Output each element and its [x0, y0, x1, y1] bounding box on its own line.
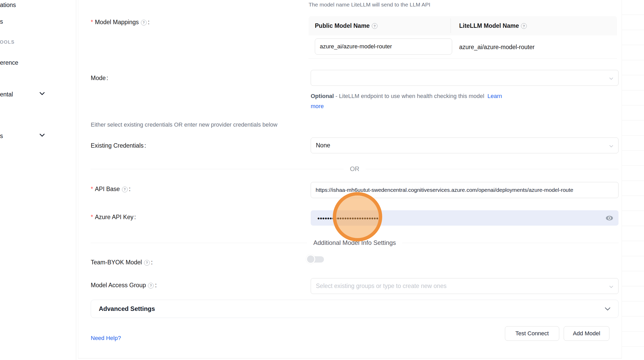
column-divider	[451, 18, 451, 33]
divider-line	[366, 169, 619, 169]
required-marker: *	[91, 214, 93, 221]
model-name-helper-text: The model name LiteLLM will send to the …	[309, 2, 430, 8]
azure-api-key-input[interactable]: •••••••••••••••••••••••••	[311, 210, 619, 226]
chevron-down-icon	[609, 142, 613, 149]
help-icon[interactable]: ?	[141, 20, 147, 25]
team-byok-toggle[interactable]	[306, 254, 326, 264]
model-mappings-label: * Model Mappings ? :	[91, 19, 149, 26]
existing-credentials-select[interactable]: None	[311, 138, 619, 153]
sidebar-item-inference[interactable]: erence	[0, 59, 18, 66]
divider-line	[91, 243, 307, 243]
sidebar-item-experimental[interactable]: ental	[0, 91, 13, 98]
advanced-settings-title: Advanced Settings	[99, 305, 605, 312]
masked-password-dots: •••••••••••••••••••••••••	[317, 215, 379, 221]
chevron-down-icon	[609, 74, 613, 81]
team-byok-label: Team-BYOK Model ? :	[91, 259, 153, 266]
help-icon[interactable]: ?	[521, 23, 527, 29]
api-base-label: * API Base ? :	[91, 186, 131, 193]
model-mappings-table: Public Model Name ? LiteLLM Model Name ?…	[309, 16, 617, 59]
credentials-note: Either select existing credentials OR en…	[91, 121, 277, 128]
chevron-down-icon[interactable]	[40, 133, 45, 138]
learn-more-link[interactable]: Learn	[487, 93, 502, 99]
help-icon[interactable]: ?	[122, 187, 128, 192]
divider-line	[402, 243, 619, 243]
public-model-name-input[interactable]	[315, 38, 452, 55]
sidebar-item-settings[interactable]: s	[0, 133, 3, 140]
sidebar-item-organizations[interactable]: ations	[0, 2, 16, 9]
learn-more-link[interactable]: more	[311, 103, 324, 109]
additional-settings-divider-label: Additional Model Info Settings	[313, 239, 396, 246]
additional-settings-divider: Additional Model Info Settings	[91, 239, 619, 246]
advanced-settings-panel[interactable]: Advanced Settings	[91, 300, 619, 318]
api-base-input[interactable]	[311, 182, 619, 198]
select-placeholder: Select existing groups or type to create…	[316, 283, 446, 290]
chevron-down-icon	[605, 307, 610, 311]
sidebar: ations s TOOLS erence ental s	[0, 0, 76, 360]
add-model-button[interactable]: Add Model	[564, 326, 609, 341]
screen: ations s TOOLS erence ental s The model …	[0, 0, 644, 360]
table-row: azure_ai/azure-model-router	[309, 35, 617, 59]
azure-api-key-label: * Azure API Key :	[91, 214, 136, 221]
existing-credentials-label: Existing Credentials :	[91, 142, 146, 149]
sidebar-section-tools: TOOLS	[0, 40, 15, 45]
divider-line	[91, 169, 344, 169]
chevron-down-icon	[609, 283, 613, 290]
column-header-public-model-name: Public Model Name ?	[309, 22, 451, 29]
eye-icon[interactable]	[606, 215, 613, 221]
or-divider: OR	[91, 166, 619, 172]
model-access-group-select[interactable]: Select existing groups or type to create…	[311, 278, 619, 294]
column-header-litellm-model-name: LiteLLM Model Name ?	[451, 22, 527, 29]
table-header: Public Model Name ? LiteLLM Model Name ?	[309, 16, 617, 35]
mode-help-text: Optional - LiteLLM endpoint to use when …	[311, 91, 625, 111]
need-help-link[interactable]: Need Help?	[91, 335, 121, 342]
help-icon[interactable]: ?	[372, 23, 378, 29]
help-icon[interactable]: ?	[148, 283, 154, 289]
chevron-down-icon[interactable]	[40, 92, 45, 96]
sidebar-item[interactable]: s	[0, 18, 3, 25]
add-model-panel: The model name LiteLLM will send to the …	[78, 0, 622, 358]
required-marker: *	[91, 19, 93, 26]
toggle-knob	[306, 254, 315, 264]
mode-select[interactable]	[311, 70, 619, 86]
test-connect-button[interactable]: Test Connect	[505, 326, 559, 341]
background-table-rows	[622, 0, 644, 360]
or-divider-label: OR	[350, 165, 359, 173]
help-icon[interactable]: ?	[144, 260, 150, 266]
model-access-group-label: Model Access Group ? :	[91, 282, 157, 289]
required-marker: *	[91, 186, 93, 193]
litellm-model-name-value: azure_ai/azure-model-router	[459, 35, 535, 59]
mode-label: Mode :	[91, 75, 108, 82]
